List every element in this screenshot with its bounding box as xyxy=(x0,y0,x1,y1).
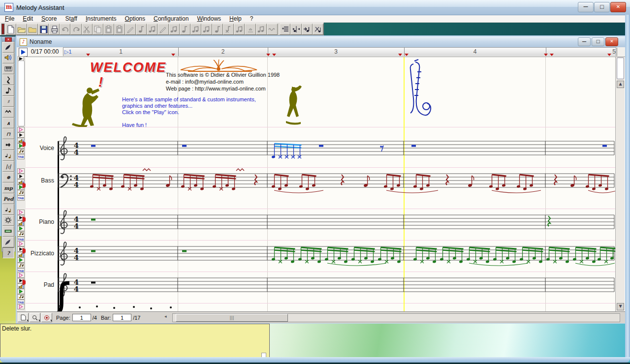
record-mode-button[interactable] xyxy=(41,313,52,322)
scroll-up-icon[interactable]: ▲ xyxy=(617,81,624,88)
coda-tool-button[interactable]: ⊕ xyxy=(2,172,14,182)
play-outline-icon[interactable] xyxy=(17,168,25,174)
note-icon xyxy=(137,25,146,33)
saxophone-graphic xyxy=(401,59,432,125)
accent-tool-button[interactable]: ∧ xyxy=(2,118,14,128)
note-tool-button[interactable] xyxy=(2,85,14,96)
ruler-measure-1[interactable]: 1 xyxy=(63,48,179,56)
tab-icon[interactable]: TAB xyxy=(17,154,25,159)
menu-file[interactable]: File xyxy=(5,15,14,22)
ruler-measure-3[interactable]: 3 xyxy=(268,48,405,56)
document-titlebar[interactable]: ♪ Noname —□✕ xyxy=(17,36,625,48)
pedal-tool-button[interactable]: Ped xyxy=(2,193,14,204)
ornament-tool-button[interactable] xyxy=(2,107,14,118)
play-outline-icon[interactable] xyxy=(17,273,25,278)
menu-edit[interactable]: Edit xyxy=(23,15,33,22)
hscroll-left-icon[interactable]: ◂ xyxy=(164,313,167,320)
save-button[interactable] xyxy=(38,24,49,35)
welcome-line3: Click on the "Play" icon. xyxy=(122,109,179,116)
play-black-icon[interactable] xyxy=(17,174,25,179)
horizontal-scrollbar-thumb[interactable]: ||| xyxy=(176,314,288,322)
play-green-icon[interactable] xyxy=(17,226,25,231)
duration-tool-button[interactable] xyxy=(2,139,14,150)
menu-?[interactable]: ? xyxy=(250,15,253,22)
minimize-button[interactable]: — xyxy=(578,2,594,12)
menu-instruments[interactable]: Instruments xyxy=(86,15,117,22)
staff-bass[interactable]: 44 xyxy=(26,164,615,205)
open-file-button[interactable] xyxy=(16,24,27,35)
menu-configuration[interactable]: Configuration xyxy=(154,15,189,22)
note-cut-mode-button[interactable] xyxy=(313,24,323,35)
page-icon xyxy=(6,25,15,33)
ruler-measure-4[interactable]: 4 xyxy=(404,48,546,56)
vertical-scrollbar-thumb[interactable] xyxy=(617,58,624,79)
maximize-button[interactable]: □ xyxy=(594,2,610,12)
grace-note-tool-button[interactable] xyxy=(2,150,14,161)
play-black-icon[interactable] xyxy=(17,132,25,138)
note-align-button[interactable] xyxy=(290,24,301,35)
staff-pad[interactable]: 44 xyxy=(26,268,615,309)
page-input[interactable] xyxy=(72,314,91,321)
play-outline-icon[interactable] xyxy=(17,241,25,246)
measure-ruler[interactable]: ▷1 12345 xyxy=(63,47,616,56)
notes-icon[interactable] xyxy=(17,231,25,237)
score-canvas[interactable]: WELCOME ! This software is © Didier & Ol… xyxy=(26,57,615,311)
bar-input[interactable] xyxy=(113,314,131,321)
small-notes-tool-button[interactable] xyxy=(2,204,14,215)
print-button[interactable] xyxy=(49,24,60,35)
ruler-measure-2[interactable]: 2 xyxy=(178,48,268,56)
quill-tool-button[interactable] xyxy=(2,237,14,247)
minimize-button[interactable]: — xyxy=(578,37,591,46)
play-outline-icon[interactable] xyxy=(17,210,25,215)
scroll-down-icon[interactable]: ▼ xyxy=(617,303,624,310)
vertical-zoom-slider[interactable] xyxy=(18,61,25,126)
play-outline-icon[interactable] xyxy=(17,304,25,309)
rest-tool-button[interactable] xyxy=(2,74,14,85)
close-button[interactable]: ✕ xyxy=(610,2,626,12)
play-outline-icon[interactable] xyxy=(17,127,25,132)
ruler-measure-5[interactable]: 5 xyxy=(546,48,617,56)
color-bar-tool-button[interactable] xyxy=(2,226,14,237)
close-button[interactable]: ✕ xyxy=(605,37,618,46)
barline-tool-button[interactable]: |:| xyxy=(2,161,14,172)
staff-list-button[interactable] xyxy=(280,24,290,35)
maximize-button[interactable]: □ xyxy=(592,37,604,46)
menu-score[interactable]: Score xyxy=(41,15,57,22)
notes-icon[interactable] xyxy=(17,263,25,268)
settings-tool-button[interactable] xyxy=(2,215,14,226)
play-green-icon[interactable] xyxy=(17,289,25,294)
horizontal-scrollbar[interactable]: ||| xyxy=(172,313,620,322)
help-tool-button[interactable]: ? xyxy=(2,247,14,258)
play-green-icon[interactable] xyxy=(17,257,25,263)
zoom-mode-button[interactable] xyxy=(30,313,40,322)
help-text: Delete slur. xyxy=(2,325,32,332)
note-tool-7-button xyxy=(212,24,223,35)
pointer-tool-button[interactable] xyxy=(2,42,14,53)
pencil-tool-button xyxy=(158,24,168,35)
tab-icon[interactable]: TAB xyxy=(17,195,25,201)
trumpeter-graphic xyxy=(68,86,106,127)
tuplet-tool-button[interactable]: ⊓ xyxy=(2,128,14,139)
dynamics-tool-button[interactable]: mp xyxy=(2,182,14,193)
menu-options[interactable]: Options xyxy=(125,15,145,22)
new-document-button[interactable] xyxy=(5,24,16,35)
toolbar-grip[interactable] xyxy=(1,24,4,34)
vertical-scrollbar[interactable]: ▲ ▼ xyxy=(615,57,625,311)
menu-help[interactable]: Help xyxy=(229,15,242,22)
sharp-tool-button[interactable]: ♯ xyxy=(2,96,14,107)
menu-staff[interactable]: Staff xyxy=(65,15,77,22)
keyboard-tool-button[interactable] xyxy=(2,63,14,74)
notes-icon[interactable] xyxy=(17,149,25,154)
notes-icon[interactable] xyxy=(17,190,25,195)
palette-close-icon[interactable]: × xyxy=(5,37,12,42)
sound-tool-button[interactable] xyxy=(2,53,14,63)
palette-titlebar[interactable]: × xyxy=(2,37,15,42)
pencil-icon xyxy=(159,25,167,33)
note-insert-button[interactable] xyxy=(302,24,313,35)
play-button[interactable] xyxy=(19,48,28,57)
menu-windows[interactable]: Windows xyxy=(197,15,221,22)
svg-text:4: 4 xyxy=(74,181,79,189)
notes-icon[interactable] xyxy=(17,294,25,300)
page-mode-button[interactable] xyxy=(18,313,29,322)
close-file-button[interactable] xyxy=(27,24,38,35)
